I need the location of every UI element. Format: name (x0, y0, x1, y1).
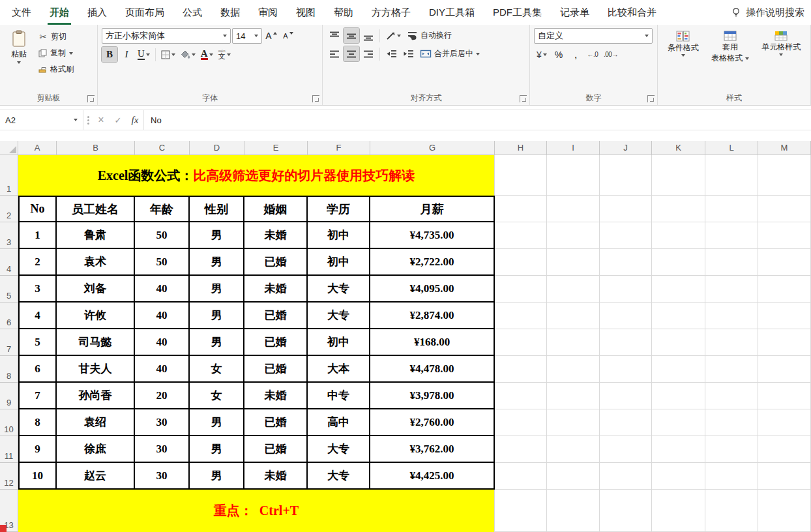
formula-content[interactable]: No (143, 110, 811, 130)
cell-A5[interactable]: 3 (18, 276, 57, 303)
decrease-indent-button[interactable] (383, 46, 399, 61)
cell-D3[interactable]: 男 (190, 222, 244, 249)
cell-M11[interactable] (758, 436, 811, 463)
cell-F9[interactable]: 中专 (308, 383, 370, 409)
cell-I8[interactable] (547, 356, 600, 383)
row-header-12[interactable]: 12 (0, 463, 18, 490)
row-header-11[interactable]: 11 (0, 436, 18, 463)
cell-H11[interactable] (495, 436, 547, 463)
cell-C11[interactable]: 30 (135, 436, 190, 463)
cell-H2[interactable] (495, 196, 547, 222)
clipboard-dialog-launcher[interactable] (87, 95, 95, 102)
cell-M4[interactable] (758, 249, 811, 276)
column-header-L[interactable]: L (705, 141, 758, 155)
cell-L13[interactable] (705, 490, 758, 532)
cell-J1[interactable] (600, 155, 652, 196)
cell-M8[interactable] (758, 356, 811, 383)
cell-E10[interactable]: 已婚 (244, 409, 308, 436)
cell-A6[interactable]: 4 (18, 303, 57, 329)
cell-L10[interactable] (705, 409, 758, 436)
cell-G8[interactable]: ¥4,478.00 (370, 356, 495, 383)
cell-J5[interactable] (600, 276, 652, 303)
cell-J13[interactable] (600, 490, 652, 532)
cell-D7[interactable]: 男 (190, 329, 244, 356)
decrease-font-size-button[interactable]: A (280, 29, 296, 44)
font-dialog-launcher[interactable] (312, 95, 319, 102)
cell-K11[interactable] (652, 436, 705, 463)
align-bottom-button[interactable] (361, 28, 376, 43)
number-dialog-launcher[interactable] (647, 95, 655, 102)
cell-L3[interactable] (705, 222, 758, 249)
cell-J6[interactable] (600, 303, 652, 329)
borders-button[interactable] (159, 47, 177, 62)
cell-C4[interactable]: 50 (135, 249, 190, 276)
row-header-8[interactable]: 8 (0, 356, 18, 383)
cell-C5[interactable]: 40 (135, 276, 190, 303)
cell-F12[interactable]: 大专 (308, 463, 370, 490)
cell-styles-button[interactable]: 单元格样式 (758, 28, 804, 63)
cell-D9[interactable]: 女 (190, 383, 244, 409)
cell-L4[interactable] (705, 249, 758, 276)
cell-E4[interactable]: 已婚 (244, 249, 308, 276)
cell-H8[interactable] (495, 356, 547, 383)
cell-C8[interactable]: 40 (135, 356, 190, 383)
cell-I2[interactable] (547, 196, 600, 222)
cell-L9[interactable] (705, 383, 758, 409)
cell-H12[interactable] (495, 463, 547, 490)
row-header-9[interactable]: 9 (0, 383, 18, 409)
increase-indent-button[interactable] (400, 46, 416, 61)
cell-L7[interactable] (705, 329, 758, 356)
cell-M2[interactable] (758, 196, 811, 222)
cell-F7[interactable]: 初中 (308, 329, 370, 356)
tab-视图[interactable]: 视图 (287, 0, 325, 25)
align-left-button[interactable] (327, 46, 342, 61)
column-header-C[interactable]: C (135, 141, 190, 155)
cell-F5[interactable]: 大专 (308, 276, 370, 303)
cell-F11[interactable]: 大专 (308, 436, 370, 463)
font-size-combo[interactable]: 14 (232, 28, 262, 44)
cell-H9[interactable] (495, 383, 547, 409)
cell-F2[interactable]: 学历 (308, 196, 370, 222)
column-header-K[interactable]: K (652, 141, 705, 155)
row-header-5[interactable]: 5 (0, 276, 18, 303)
column-header-I[interactable]: I (547, 141, 600, 155)
tab-帮助[interactable]: 帮助 (325, 0, 362, 25)
cell-E9[interactable]: 未婚 (244, 383, 308, 409)
cell-M1[interactable] (758, 155, 811, 196)
tab-方方格子[interactable]: 方方格子 (362, 0, 420, 25)
increase-font-size-button[interactable]: A (263, 29, 279, 44)
cell-K2[interactable] (652, 196, 705, 222)
cell-I12[interactable] (547, 463, 600, 490)
cell-F8[interactable]: 大本 (308, 356, 370, 383)
select-all-button[interactable] (0, 141, 18, 155)
italic-button[interactable]: I (119, 47, 134, 62)
cell-H5[interactable] (495, 276, 547, 303)
cancel-entry-button[interactable]: × (93, 110, 110, 130)
cell-D12[interactable]: 男 (190, 463, 244, 490)
cell-E5[interactable]: 未婚 (244, 276, 308, 303)
column-header-D[interactable]: D (190, 141, 244, 155)
cell-B4[interactable]: 袁术 (57, 249, 135, 276)
cell-A3[interactable]: 1 (18, 222, 57, 249)
cell-D6[interactable]: 男 (190, 303, 244, 329)
cell-K3[interactable] (652, 222, 705, 249)
cell-A10[interactable]: 8 (18, 409, 57, 436)
font-color-button[interactable]: A (199, 47, 215, 62)
cell-I4[interactable] (547, 249, 600, 276)
cell-F6[interactable]: 大专 (308, 303, 370, 329)
phonetic-guide-button[interactable]: wén文 (216, 47, 233, 62)
cell-A11[interactable]: 9 (18, 436, 57, 463)
column-header-B[interactable]: B (57, 141, 135, 155)
cell-M10[interactable] (758, 409, 811, 436)
cell-L12[interactable] (705, 463, 758, 490)
tab-开始[interactable]: 开始 (40, 0, 78, 25)
cell-M5[interactable] (758, 276, 811, 303)
cell-L1[interactable] (705, 155, 758, 196)
cell-E8[interactable]: 已婚 (244, 356, 308, 383)
bold-button[interactable]: B (102, 47, 117, 62)
column-header-F[interactable]: F (308, 141, 370, 155)
cell-L2[interactable] (705, 196, 758, 222)
cell-G6[interactable]: ¥2,874.00 (370, 303, 495, 329)
row-header-3[interactable]: 3 (0, 222, 18, 249)
cell-B9[interactable]: 孙尚香 (57, 383, 135, 409)
